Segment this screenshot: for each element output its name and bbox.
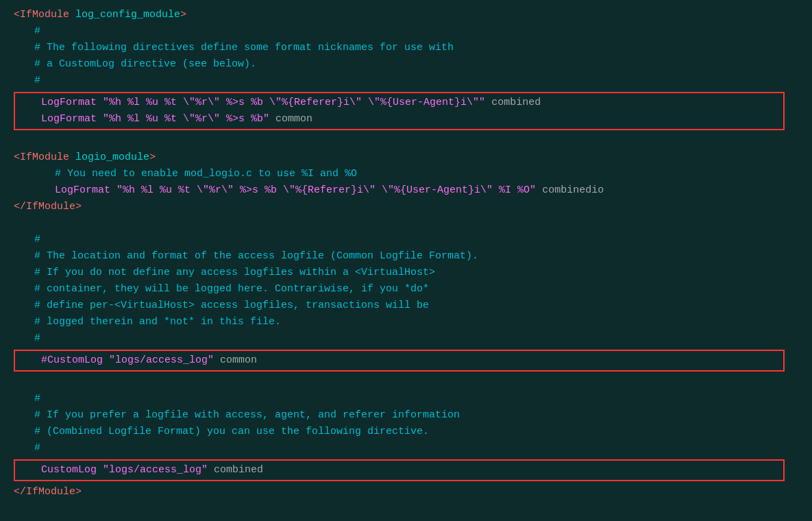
logformat-directive-1: LogFormat "%h %l %u %t \"%r\" %>s %b \"%…	[41, 97, 541, 108]
customlog-commented-highlight-box: #CustomLog "logs/access_log" common	[14, 350, 785, 372]
logformat-highlight-box: LogFormat "%h %l %u %t \"%r\" %>s %b \"%…	[14, 92, 785, 130]
logformat-logio: LogFormat "%h %l %u %t \"%r\" %>s %b \"%…	[55, 184, 604, 196]
comment-prefer: # If you prefer a logfile with access, a…	[34, 409, 460, 421]
comment-logio: # You need to enable mod_logio.c to use …	[55, 168, 357, 180]
comment-line: # The following directives define some f…	[34, 42, 454, 53]
logio-tag: <IfModule logio_module>	[14, 152, 156, 163]
comment-location: # The location and format of the access …	[34, 250, 478, 262]
logformat-directive-2: LogFormat "%h %l %u %t \"%r\" %>s %b" co…	[41, 113, 312, 125]
comment-combined: # (Combined Logfile Format) you can use …	[34, 426, 429, 437]
customlog-active: CustomLog "logs/access_log" combined	[41, 464, 263, 476]
logio-end-tag: </IfModule>	[14, 201, 82, 213]
closing-tag: </IfModule>	[14, 486, 82, 498]
comment-line: #	[34, 75, 40, 86]
opening-tag: <IfModule log_config_module>	[14, 9, 186, 21]
customlog-commented: #CustomLog "logs/access_log" common	[41, 354, 257, 366]
customlog-active-highlight-box: CustomLog "logs/access_log" combined	[14, 459, 785, 481]
comment-line: #	[34, 25, 40, 37]
code-editor: <IfModule log_config_module> # # The fol…	[14, 7, 798, 500]
comment-blank3: #	[34, 393, 40, 404]
comment-blank: #	[34, 234, 40, 245]
comment-line: # a CustomLog directive (see below).	[34, 58, 256, 70]
comment-logged: # logged therein and *not* in this file.	[34, 316, 281, 328]
comment-vhost1: # If you do not define any access logfil…	[34, 267, 435, 278]
comment-container: # container, they will be logged here. C…	[34, 283, 429, 295]
comment-blank2: #	[34, 332, 40, 344]
comment-blank4: #	[34, 442, 40, 454]
comment-per-vhost: # define per-<VirtualHost> access logfil…	[34, 300, 429, 311]
